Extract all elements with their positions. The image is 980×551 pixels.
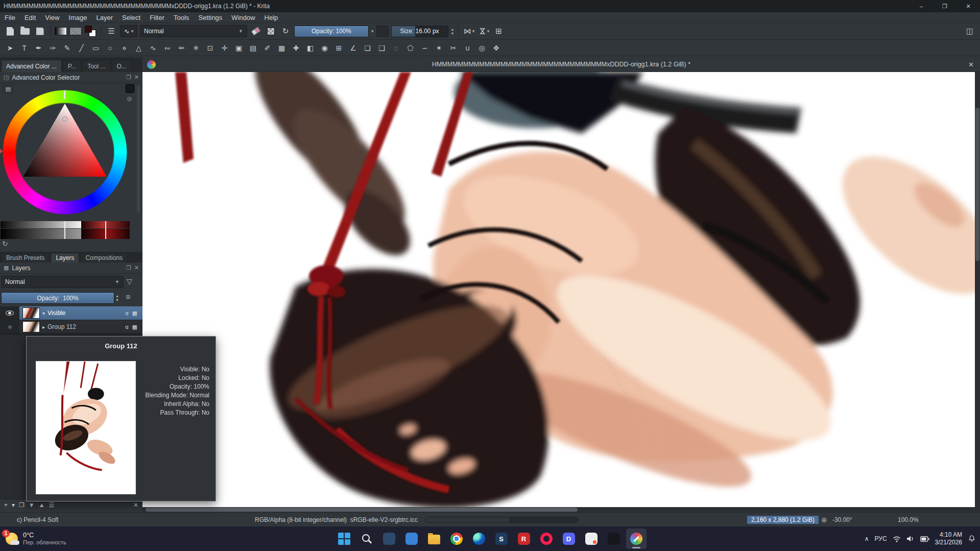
blending-mode-dropdown[interactable]: Normal ▼: [140, 25, 247, 37]
layer-visibility-toggle[interactable]: [0, 306, 19, 320]
float-docker-icon[interactable]: ❐: [126, 265, 131, 271]
pinned-app-2[interactable]: [401, 529, 422, 549]
clock[interactable]: 4:10 AM 3/21/2026: [935, 531, 962, 546]
shape-select-tool[interactable]: ➤: [4, 41, 16, 54]
move-layer-up-button[interactable]: ▲: [39, 501, 45, 509]
weather-widget[interactable]: 1 0°C Пер. облачность: [5, 526, 66, 551]
dock-tab-overview[interactable]: O...: [112, 60, 132, 72]
tab-brush-presets[interactable]: Brush Presets: [1, 253, 50, 262]
add-layer-dropdown[interactable]: ▾: [12, 501, 15, 509]
move-layer-down-button[interactable]: ▼: [29, 501, 35, 509]
multibrush-tool[interactable]: ✳: [189, 41, 202, 54]
volume-icon[interactable]: [906, 535, 915, 542]
ellipse-tool[interactable]: ○: [104, 41, 116, 54]
canvas-rotation-icon[interactable]: ⊕: [821, 513, 827, 526]
layer-style-icon[interactable]: ▦: [132, 310, 137, 317]
layer-opacity-spinner[interactable]: ▲▼: [115, 292, 119, 304]
dynamic-brush-tool[interactable]: ✏: [175, 41, 188, 54]
magnetic-select-tool[interactable]: ∪: [461, 41, 474, 54]
minimize-button[interactable]: –: [910, 0, 933, 12]
inherit-alpha-icon[interactable]: α: [125, 324, 128, 330]
measure-tool[interactable]: ∠: [347, 41, 360, 54]
refresh-colors-icon[interactable]: ↻: [2, 239, 8, 248]
canvas[interactable]: [142, 72, 980, 507]
canvas-size-button[interactable]: 2,160 x 2,880 (1.2 GiB): [747, 513, 819, 526]
edit-shapes-tool[interactable]: ✒: [32, 41, 45, 54]
crop-tool[interactable]: ▣: [232, 41, 245, 54]
dock-tab-advanced-color[interactable]: Advanced Color ...: [1, 60, 62, 72]
fg-bg-color-selector[interactable]: [84, 25, 97, 38]
open-document-button[interactable]: [19, 25, 31, 38]
pattern-chooser-button[interactable]: [69, 25, 82, 38]
menu-view[interactable]: View: [40, 12, 64, 22]
ellipse-select-tool[interactable]: ◌: [390, 41, 402, 54]
opacity-extra-button[interactable]: [376, 26, 389, 37]
start-button[interactable]: [334, 529, 354, 549]
menu-edit[interactable]: Edit: [20, 12, 40, 22]
layer-row-visible[interactable]: ▾ Visible α ▦: [0, 306, 142, 320]
discord[interactable]: D: [559, 529, 579, 549]
file-explorer[interactable]: [424, 529, 444, 549]
color-wheel[interactable]: [3, 90, 127, 214]
layer-blending-dropdown[interactable]: Normal ▼: [1, 276, 124, 288]
dock-tab-tool-options[interactable]: Tool ...: [82, 60, 110, 72]
document-close-icon[interactable]: ✕: [968, 57, 974, 71]
wrap-around-mode-button[interactable]: ⊞: [492, 25, 505, 38]
color-sampler-tool[interactable]: ✐: [261, 41, 274, 54]
github-desktop[interactable]: [604, 529, 624, 549]
add-layer-button[interactable]: +: [4, 501, 8, 509]
brush-option-lines-button[interactable]: ☰: [105, 25, 117, 38]
hsv-triangle[interactable]: [3, 90, 127, 214]
polygon-select-tool[interactable]: ⬠: [404, 41, 417, 54]
dock-tab-palette[interactable]: P...: [63, 60, 81, 72]
layer-properties-button[interactable]: ☰: [49, 501, 55, 509]
battery-icon[interactable]: [920, 536, 929, 542]
new-document-button[interactable]: [4, 25, 16, 38]
shade-selector[interactable]: [1, 221, 130, 239]
bezier-select-tool[interactable]: ✂: [447, 41, 460, 54]
calligraphy-tool[interactable]: ✑: [46, 41, 59, 54]
menu-select[interactable]: Select: [117, 12, 145, 22]
smart-patch-tool[interactable]: ✚: [290, 41, 302, 54]
close-docker-icon[interactable]: ✕: [134, 265, 139, 271]
pan-tool[interactable]: ✥: [490, 41, 503, 54]
expander-icon[interactable]: ▾: [42, 310, 45, 316]
brush-editor-toggle[interactable]: ∿ ▾: [120, 25, 137, 37]
assistants-tool[interactable]: ⊞: [332, 41, 345, 54]
gradient-tool[interactable]: ▤: [247, 41, 259, 54]
chrome[interactable]: [446, 529, 467, 549]
revo-uninstaller[interactable]: R: [514, 529, 534, 549]
mirror-vertical-button[interactable]: ⋈▾: [477, 25, 490, 38]
menu-filter[interactable]: Filter: [145, 12, 169, 22]
steam[interactable]: S: [491, 529, 512, 549]
notification-bell-icon[interactable]: [968, 535, 976, 543]
inherit-alpha-icon[interactable]: α: [125, 310, 128, 317]
bezier-curve-tool[interactable]: ∿: [147, 41, 159, 54]
delete-layer-button[interactable]: ✕: [133, 501, 138, 509]
tab-compositions[interactable]: Compositions: [80, 253, 128, 262]
menu-tools[interactable]: Tools: [169, 12, 194, 22]
maximize-button[interactable]: ❐: [933, 0, 957, 12]
eraser-mode-button[interactable]: [250, 25, 262, 38]
layer-opacity-slider[interactable]: Opacity: 100%: [1, 292, 114, 304]
no-color-icon[interactable]: ⊘: [127, 95, 132, 103]
save-document-button[interactable]: [34, 25, 46, 38]
close-button[interactable]: ✕: [957, 0, 980, 12]
menu-image[interactable]: Image: [64, 12, 91, 22]
mirror-horizontal-button[interactable]: ⋈▾: [463, 25, 475, 38]
horizontal-scrollbar[interactable]: [142, 507, 980, 512]
expander-icon[interactable]: ▸: [42, 324, 45, 330]
pinned-app-3[interactable]: [581, 529, 602, 549]
layers-menu-icon[interactable]: ≡: [126, 293, 130, 302]
polyline-tool[interactable]: △: [132, 41, 145, 54]
menu-window[interactable]: Window: [227, 12, 259, 22]
vertical-scrollbar-thumb[interactable]: [975, 108, 979, 261]
rectangle-tool[interactable]: ▭: [89, 41, 102, 54]
duplicate-layer-button[interactable]: ❐: [19, 501, 25, 509]
menu-help[interactable]: Help: [260, 12, 283, 22]
text-tool[interactable]: T: [18, 41, 31, 54]
fill-tool[interactable]: ◧: [304, 41, 317, 54]
vertical-scrollbar[interactable]: [975, 72, 980, 507]
reference-images-tool[interactable]: ❏: [361, 41, 374, 54]
chevron-down-icon[interactable]: ▾: [371, 29, 374, 34]
